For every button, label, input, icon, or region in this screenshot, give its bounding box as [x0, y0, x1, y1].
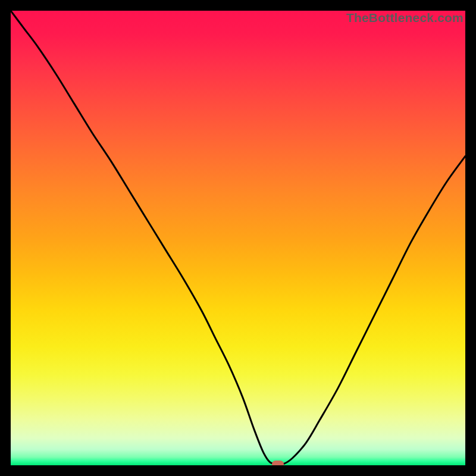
- optimal-marker: [272, 461, 284, 465]
- chart-frame: TheBottleneck.com: [0, 0, 476, 476]
- bottleneck-curve: [11, 11, 465, 465]
- plot-area: TheBottleneck.com: [11, 11, 465, 465]
